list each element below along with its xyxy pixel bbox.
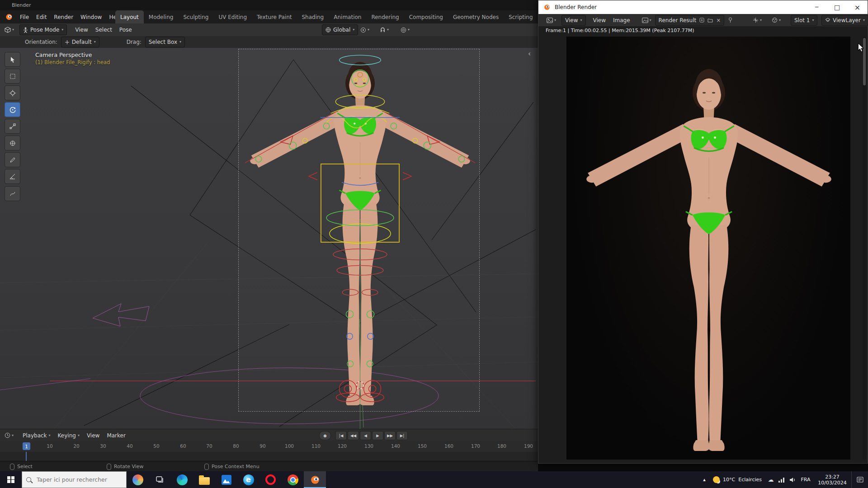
tool-rotate[interactable] — [5, 102, 20, 117]
edge-legacy-app-icon[interactable]: e — [237, 471, 259, 488]
onedrive-tray-icon[interactable]: ☁ — [765, 471, 776, 488]
select-box-icon — [9, 73, 16, 80]
tool-annotate[interactable] — [5, 152, 20, 167]
playhead-line[interactable] — [26, 452, 27, 461]
timeline-editor-dropdown[interactable]: ▾ — [3, 432, 15, 439]
tab-compositing[interactable]: Compositing — [404, 10, 448, 23]
editor-type-dropdown[interactable]: ▾ — [545, 17, 558, 23]
assistant-app-icon[interactable] — [127, 471, 149, 488]
timeline-menu-marker[interactable]: Marker — [103, 432, 129, 439]
gizmos-dropdown[interactable]: ▾ — [751, 17, 764, 23]
language-indicator[interactable]: FRA — [798, 471, 813, 488]
tab-animation[interactable]: Animation — [329, 10, 366, 23]
tab-rendering[interactable]: Rendering — [366, 10, 404, 23]
network-tray-icon[interactable] — [776, 471, 787, 488]
timeline-ruler[interactable]: 1 10 20 30 40 50 60 70 80 90 100 110 120… — [0, 441, 538, 452]
pivot-point-dropdown[interactable]: ▾ — [359, 27, 371, 33]
pin-icon[interactable] — [728, 17, 733, 23]
image-datablock-field[interactable]: Render Result × — [655, 15, 725, 26]
tab-texture-paint[interactable]: Texture Paint — [252, 10, 297, 23]
menu-pose[interactable]: Pose — [116, 27, 136, 33]
menu-render[interactable]: Render — [50, 14, 77, 20]
tool-cursor[interactable] — [5, 85, 20, 100]
minimize-button[interactable]: ─ — [807, 0, 827, 14]
opera-app-icon[interactable] — [259, 471, 282, 488]
action-center-button[interactable] — [851, 471, 868, 488]
status-select: Select — [17, 464, 33, 469]
timeline-menu-keying[interactable]: Keying▾ — [54, 432, 83, 439]
tool-extra[interactable] — [5, 186, 20, 201]
menu-file[interactable]: File — [16, 14, 33, 20]
weather-widget[interactable]: 10°C Eclaircies — [709, 471, 765, 488]
taskbar-search[interactable] — [22, 471, 127, 488]
image-mode-dropdown[interactable]: View ▾ — [561, 15, 586, 26]
menu-edit[interactable]: Edit — [33, 14, 50, 20]
maximize-button[interactable]: □ — [827, 0, 847, 14]
tool-measure[interactable] — [5, 169, 20, 184]
auto-key-button[interactable]: ● — [319, 431, 331, 440]
photos-app-icon[interactable] — [215, 471, 237, 488]
current-frame-indicator[interactable]: 1 — [23, 442, 30, 450]
render-model — [573, 61, 845, 460]
frame-tick: 50 — [153, 443, 159, 449]
frame-tick: 120 — [338, 443, 347, 449]
overlays-dropdown[interactable]: ▾ — [770, 17, 783, 23]
timeline-menu-playback[interactable]: Playback▾ — [19, 432, 54, 439]
mode-dropdown[interactable]: Pose Mode ▾ — [19, 24, 67, 35]
render-image-area[interactable] — [566, 37, 850, 460]
view-layer-dropdown[interactable]: ViewLayer ▾ — [821, 15, 868, 26]
menu-view[interactable]: View — [71, 27, 91, 33]
play-reverse-button[interactable]: ◀ — [360, 431, 371, 440]
blender-logo-icon[interactable] — [5, 14, 14, 20]
menu-window[interactable]: Window — [77, 14, 105, 20]
orientation-value-dropdown[interactable]: Default ▾ — [61, 37, 99, 47]
explorer-app-icon[interactable] — [193, 471, 215, 488]
viewport-3d[interactable]: Camera Perspective (1) Blender File_Rigi… — [0, 48, 538, 429]
slot-dropdown[interactable]: Slot 1 ▾ — [791, 15, 817, 26]
volume-tray-icon[interactable] — [787, 471, 798, 488]
chrome-app-icon[interactable] — [282, 471, 304, 488]
editor-type-dropdown[interactable]: ▾ — [3, 26, 16, 33]
tab-shading[interactable]: Shading — [297, 10, 329, 23]
tab-geometry-nodes[interactable]: Geometry Nodes — [448, 10, 504, 23]
snap-toggle[interactable]: ▾ — [378, 27, 391, 33]
layers-icon — [825, 18, 830, 23]
next-keyframe-button[interactable]: ▶▶ — [384, 431, 396, 440]
jump-start-button[interactable]: |◀ — [335, 431, 347, 440]
start-button[interactable] — [0, 471, 22, 488]
tab-sculpting[interactable]: Sculpting — [178, 10, 213, 23]
tool-tweak[interactable] — [5, 52, 20, 67]
task-view-button[interactable] — [149, 471, 171, 488]
blender-app-icon[interactable] — [304, 471, 326, 488]
tray-expand-button[interactable]: ▴ — [699, 471, 709, 488]
main-titlebar[interactable]: Blender — [0, 0, 538, 11]
tab-modeling[interactable]: Modeling — [144, 10, 179, 23]
edge-app-icon[interactable] — [171, 471, 193, 488]
timeline-menu-view[interactable]: View — [83, 432, 103, 439]
tool-select-box[interactable] — [5, 69, 20, 84]
tab-uv-editing[interactable]: UV Editing — [213, 10, 252, 23]
tool-scale[interactable] — [5, 119, 20, 134]
pose-model[interactable] — [238, 55, 482, 429]
render-titlebar[interactable]: Blender Render ─ □ × — [538, 0, 868, 14]
close-button[interactable]: × — [847, 0, 868, 14]
prev-keyframe-button[interactable]: ◀◀ — [348, 431, 359, 440]
tool-transform[interactable] — [5, 136, 20, 150]
image-browse-dropdown[interactable]: ▾ — [640, 17, 653, 23]
sidebar-toggle-icon[interactable]: ‹ — [528, 50, 531, 58]
drag-value-dropdown[interactable]: Select Box ▾ — [145, 37, 185, 47]
tab-scripting[interactable]: Scripting — [504, 10, 538, 23]
render-scrollbar[interactable] — [863, 37, 866, 460]
transform-orientation-dropdown[interactable]: Global ▾ — [322, 24, 358, 35]
image-menu-image[interactable]: Image — [609, 17, 634, 23]
proportional-edit-toggle[interactable]: ▾ — [399, 27, 411, 33]
unlink-icon[interactable]: × — [716, 18, 721, 23]
image-menu-view[interactable]: View — [590, 17, 609, 23]
menu-select[interactable]: Select — [92, 27, 116, 33]
play-button[interactable]: ▶ — [372, 431, 383, 440]
timeline-track-area[interactable] — [0, 452, 538, 461]
search-input[interactable] — [36, 476, 119, 483]
clock-widget[interactable]: 23:27 10/03/2024 — [813, 471, 851, 488]
tab-layout[interactable]: Layout — [115, 10, 144, 23]
jump-end-button[interactable]: ▶| — [396, 431, 408, 440]
